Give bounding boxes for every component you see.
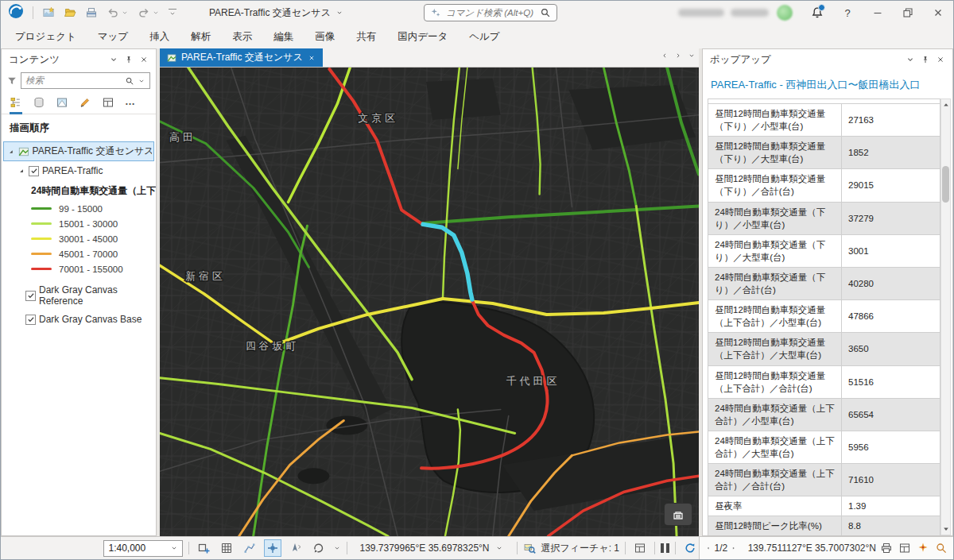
next-feature-button[interactable] — [731, 544, 736, 552]
panel-menu-button[interactable] — [902, 52, 917, 68]
restore-button[interactable] — [893, 1, 923, 25]
layer-checkbox[interactable] — [25, 315, 36, 325]
panel-close-button[interactable] — [136, 52, 151, 68]
ribbon-tab[interactable]: ヘルプ — [469, 30, 499, 44]
chevron-down-icon[interactable] — [495, 544, 503, 552]
flash-feature-icon[interactable] — [917, 542, 929, 554]
help-button[interactable]: ? — [832, 1, 863, 25]
scrollbar-track[interactable] — [941, 110, 950, 523]
pause-drawing-button[interactable] — [661, 543, 669, 553]
layer-tree-item[interactable]: PAREA-Traffic — [16, 163, 154, 179]
basemap-layer-item[interactable]: Dark Gray Canvas Reference — [25, 281, 154, 310]
north-arrow-button[interactable] — [287, 539, 304, 557]
attribute-name: 24時間自動車類交通量（下り）／合計(台) — [708, 268, 842, 299]
minimize-button[interactable] — [863, 1, 893, 25]
scale-selector[interactable]: 1:40,000 — [103, 540, 183, 557]
drawing-order-icon — [10, 96, 22, 109]
panel-menu-button[interactable] — [106, 52, 121, 68]
previous-feature-button[interactable] — [706, 544, 711, 552]
filter-icon[interactable] — [6, 75, 17, 87]
selected-features-icon — [523, 542, 536, 554]
map-rect-icon — [634, 542, 646, 554]
sketch-button[interactable] — [241, 539, 258, 557]
undo-button[interactable] — [107, 6, 129, 19]
scroll-right-icon[interactable] — [674, 52, 682, 60]
refresh-button[interactable] — [681, 539, 699, 557]
search-icon[interactable] — [540, 7, 551, 18]
ribbon-tab[interactable]: 編集 — [273, 30, 293, 44]
popup-scrollbar[interactable] — [940, 98, 951, 535]
legend-label: 30001 - 45000 — [59, 234, 118, 244]
notifications-button[interactable] — [802, 1, 832, 25]
chevron-down-icon[interactable] — [335, 9, 343, 17]
list-by-data-source-button[interactable] — [33, 96, 45, 114]
image-star-icon[interactable] — [42, 6, 55, 19]
layer-checkbox[interactable] — [25, 291, 36, 301]
basemap-layer-item[interactable]: Dark Gray Canvas Base — [25, 311, 154, 328]
layer-checkbox[interactable] — [29, 166, 39, 176]
attribute-value: 51516 — [842, 374, 940, 390]
ribbon-tab[interactable]: 共有 — [356, 30, 376, 44]
quick-access-toolbar — [1, 3, 176, 22]
legend-line-swatch — [31, 268, 52, 270]
map-canvas[interactable]: 高田文京区新宿区四谷坂町千代田区 — [160, 68, 699, 536]
ribbon-tab[interactable]: プロジェクト — [15, 30, 76, 44]
map-item-label: PAREA-Traffic 交通センサス — [33, 145, 152, 158]
avatar[interactable] — [777, 5, 793, 21]
pin-icon — [124, 55, 134, 64]
divider — [654, 542, 655, 554]
ribbon-tab[interactable]: 解析 — [191, 30, 211, 44]
expander-icon[interactable] — [7, 148, 15, 156]
popup-feature-link[interactable]: PAREA-Traffic - 西神田出入口〜飯田橋出入口 — [703, 70, 952, 98]
chevron-down-icon[interactable] — [688, 52, 696, 60]
grid-button[interactable] — [218, 539, 235, 557]
add-pane-button[interactable] — [195, 539, 212, 557]
scroll-up-button[interactable] — [942, 99, 950, 110]
map-overlay-button[interactable] — [665, 504, 692, 525]
map-rect-icon[interactable] — [898, 542, 911, 554]
rotate-button[interactable] — [310, 539, 328, 557]
contents-search-input[interactable]: 検索 — [21, 72, 150, 89]
map-tree-item[interactable]: PAREA-Traffic 交通センサス — [3, 141, 154, 161]
contents-panel-header: コンテンツ — [2, 49, 156, 70]
list-by-selection-button[interactable] — [56, 96, 68, 114]
chevron-down-icon[interactable] — [121, 9, 129, 17]
ribbon-tab-bar: プロジェクト マップ 挿入 解析 表示 編集 画像 共有 国内データ ヘルプ — [1, 25, 953, 48]
chevron-down-icon[interactable] — [333, 544, 341, 552]
more-tools-button[interactable]: … — [125, 96, 135, 113]
ribbon-tab[interactable]: 国内データ — [398, 30, 448, 44]
close-button[interactable] — [923, 1, 953, 25]
snap-to-cursor-button[interactable] — [264, 539, 281, 557]
ribbon-tab[interactable]: 表示 — [232, 30, 252, 44]
arcgis-pro-logo[interactable] — [8, 3, 24, 22]
scroll-left-icon[interactable] — [661, 52, 669, 60]
ribbon-tab[interactable]: マップ — [98, 30, 128, 44]
scroll-down-button[interactable] — [942, 523, 950, 535]
chevron-down-icon[interactable] — [138, 77, 145, 85]
list-by-snapping-button[interactable] — [102, 96, 114, 114]
attribute-name: 24時間自動車類交通量（上下合計）／小型車(台) — [708, 399, 842, 431]
expander-icon[interactable] — [17, 167, 25, 175]
customize-quick-access-button[interactable] — [169, 9, 176, 17]
zoom-to-feature-icon[interactable] — [935, 542, 948, 554]
attribute-value: 65654 — [842, 407, 940, 423]
map-view-tab[interactable]: PAREA-Traffic 交通センサス — [160, 48, 323, 67]
scrollbar-thumb[interactable] — [942, 166, 949, 203]
list-by-drawing-order-button[interactable] — [10, 96, 22, 114]
chevron-down-icon[interactable] — [152, 9, 160, 17]
ribbon-tab[interactable]: 画像 — [315, 30, 335, 44]
package-icon[interactable] — [85, 6, 98, 19]
list-by-editing-button[interactable] — [79, 96, 91, 114]
ribbon-tab[interactable]: 挿入 — [149, 30, 169, 44]
open-folder-icon[interactable] — [64, 6, 76, 19]
close-icon[interactable] — [308, 54, 316, 62]
pin-button[interactable] — [917, 52, 933, 68]
selection-view-button[interactable] — [631, 539, 649, 557]
panel-close-button[interactable] — [933, 52, 948, 68]
redo-button[interactable] — [138, 6, 160, 19]
close-icon — [936, 55, 945, 64]
divider — [347, 542, 347, 554]
pin-button[interactable] — [121, 52, 136, 68]
command-search-input[interactable]: コマンド検索 (Alt+Q) — [424, 4, 557, 21]
print-icon[interactable] — [880, 542, 893, 554]
